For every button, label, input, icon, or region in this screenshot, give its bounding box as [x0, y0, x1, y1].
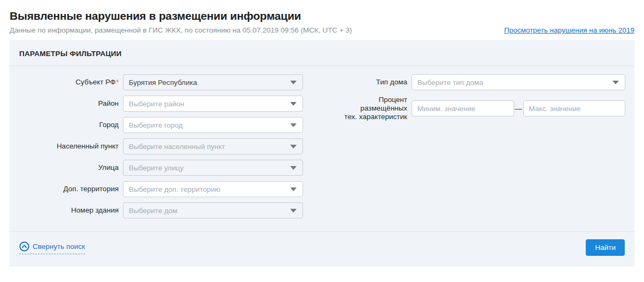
field-label: Субъект РФ*	[10, 78, 123, 87]
max-value-input[interactable]	[523, 100, 626, 116]
form-row: Район Выберите район	[10, 96, 303, 112]
form-row: Населенный пункт Выберите населенный пун…	[10, 138, 303, 154]
field-label: Процент размещённых тех. характеристик	[330, 96, 412, 121]
settlement-select[interactable]: Выберите населенный пункт	[123, 138, 303, 154]
page: Выявленные нарушения в размещении информ…	[0, 0, 644, 267]
chevron-down-icon	[290, 123, 297, 127]
field-label: Тип дома	[330, 78, 412, 87]
chevron-down-icon	[290, 145, 297, 148]
data-status-text: Данные по информации, размещенной в ГИС …	[10, 26, 352, 34]
filter-form: Субъект РФ* Бурятия Республика Район Выб…	[10, 66, 634, 231]
field-label: Район	[10, 99, 123, 108]
form-row: Улица Выберите улицу	[10, 160, 303, 176]
min-value-input[interactable]	[412, 100, 514, 116]
chevron-down-icon	[290, 187, 297, 191]
chevron-down-icon	[612, 81, 619, 84]
required-mark: *	[116, 79, 119, 86]
field-label: Населенный пункт	[10, 142, 123, 151]
percent-range-group: —	[412, 100, 625, 116]
form-row: Город Выберите город	[10, 117, 303, 133]
form-row: Номер здания Выберите дом	[10, 202, 303, 218]
form-row: Процент размещённых тех. характеристик —	[330, 96, 625, 121]
house-params-column: Тип дома Выберите тип дома Процент разме…	[330, 74, 625, 121]
field-label: Город	[10, 121, 123, 129]
filter-panel: ПАРАМЕТРЫ ФИЛЬТРАЦИИ Субъект РФ* Бурятия…	[10, 40, 634, 267]
form-row: Субъект РФ* Бурятия Республика	[10, 74, 303, 90]
view-violations-link[interactable]: Просмотреть нарушения на июнь 2019	[504, 26, 634, 34]
city-select[interactable]: Выберите город	[123, 117, 303, 133]
field-label: Номер здания	[10, 206, 123, 215]
chevron-down-icon	[290, 102, 297, 106]
field-label: Улица	[10, 163, 123, 172]
filter-footer: Свернуть поиск Найти	[10, 232, 634, 267]
range-separator: —	[514, 100, 523, 116]
collapse-search-link[interactable]: Свернуть поиск	[19, 241, 85, 254]
search-button[interactable]: Найти	[586, 239, 625, 256]
chevron-down-icon	[290, 166, 297, 170]
subject-rf-select[interactable]: Бурятия Республика	[123, 74, 303, 90]
chevron-down-icon	[290, 81, 297, 84]
building-number-select[interactable]: Выберите дом	[123, 202, 303, 218]
address-fields-column: Субъект РФ* Бурятия Республика Район Выб…	[10, 74, 303, 218]
chevron-down-icon	[290, 209, 297, 213]
form-row: Доп. территория Выберите доп. территорию	[10, 181, 303, 197]
filter-panel-header: ПАРАМЕТРЫ ФИЛЬТРАЦИИ	[10, 40, 634, 66]
chevron-up-circle-icon	[19, 241, 29, 252]
page-title: Выявленные нарушения в размещении информ…	[10, 10, 634, 22]
house-type-select[interactable]: Выберите тип дома	[412, 74, 625, 90]
subtitle-row: Данные по информации, размещенной в ГИС …	[10, 26, 634, 34]
form-row: Тип дома Выберите тип дома	[330, 74, 625, 90]
field-label: Доп. территория	[10, 185, 123, 193]
additional-territory-select[interactable]: Выберите доп. территорию	[123, 181, 303, 197]
street-select[interactable]: Выберите улицу	[123, 160, 303, 176]
district-select[interactable]: Выберите район	[123, 96, 303, 112]
